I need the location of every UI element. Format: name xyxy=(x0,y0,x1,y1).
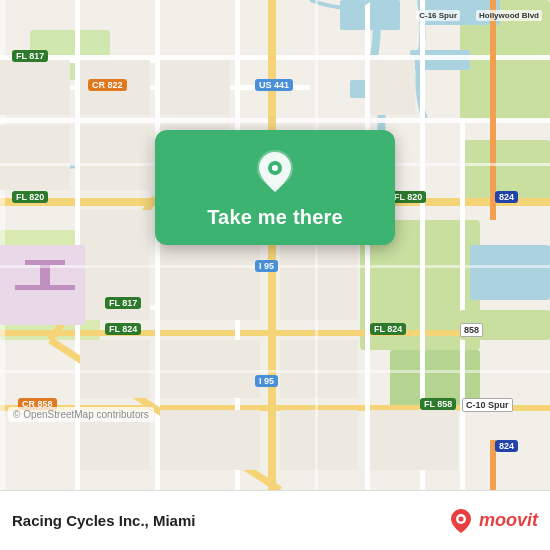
svg-rect-38 xyxy=(370,60,415,115)
road-label-c16spur: Hollywood Blvd xyxy=(476,10,542,21)
svg-rect-33 xyxy=(160,60,230,115)
svg-rect-34 xyxy=(80,125,150,190)
svg-point-61 xyxy=(272,165,278,171)
road-label-fl817-top: FL 817 xyxy=(12,50,48,62)
bottom-bar: Racing Cycles Inc., Miami moovit xyxy=(0,490,550,550)
navigation-popup[interactable]: Take me there xyxy=(155,130,395,245)
moovit-logo: moovit xyxy=(447,507,538,535)
road-label-fl820-left: FL 820 xyxy=(12,191,48,203)
location-pin-icon xyxy=(251,148,299,196)
svg-rect-37 xyxy=(0,125,70,190)
svg-rect-52 xyxy=(15,285,75,290)
road-label-fl824-right: FL 824 xyxy=(370,323,406,335)
moovit-pin-icon xyxy=(447,507,475,535)
road-label-hollywood xyxy=(542,55,548,57)
map-attribution: © OpenStreetMap contributors xyxy=(8,407,154,422)
road-label-fl820-right: FL 820 xyxy=(390,191,426,203)
svg-rect-25 xyxy=(155,0,160,490)
svg-rect-42 xyxy=(80,340,150,398)
svg-rect-22 xyxy=(268,0,276,490)
moovit-text: moovit xyxy=(479,510,538,531)
road-label-i95-top: 824 xyxy=(495,191,518,203)
road-label-fl817-mid: FL 817 xyxy=(105,297,141,309)
road-label-fl858: FL 858 xyxy=(420,398,456,410)
svg-rect-36 xyxy=(0,60,70,115)
svg-point-63 xyxy=(458,516,463,521)
road-label-858: C-10 Spur xyxy=(462,398,513,412)
svg-rect-44 xyxy=(280,340,358,398)
road-label-us441-top: US 441 xyxy=(255,79,293,91)
svg-rect-57 xyxy=(0,370,550,373)
svg-rect-48 xyxy=(370,410,458,470)
road-label-c10spur: C-16 Spur xyxy=(416,10,460,21)
place-name: Racing Cycles Inc., Miami xyxy=(12,512,447,529)
road-label-fl824-left: FL 824 xyxy=(105,323,141,335)
road-label-824: 858 xyxy=(460,323,483,337)
take-me-there-button[interactable]: Take me there xyxy=(175,206,375,229)
road-label-us441-mid: I 95 xyxy=(255,260,278,272)
svg-rect-47 xyxy=(280,410,358,470)
svg-rect-27 xyxy=(365,0,370,490)
svg-rect-50 xyxy=(25,260,65,265)
svg-rect-53 xyxy=(470,245,550,300)
map-container: FL 817 FL 817 CR 822 FL 820 FL 820 FL 82… xyxy=(0,0,550,490)
svg-rect-20 xyxy=(490,0,496,220)
road-label-cr822: CR 822 xyxy=(88,79,127,91)
road-label-us441-bot: I 95 xyxy=(255,375,278,387)
road-label-i95-bot: 824 xyxy=(495,440,518,452)
svg-rect-46 xyxy=(160,410,260,470)
svg-rect-58 xyxy=(315,0,318,490)
svg-rect-43 xyxy=(160,340,260,398)
svg-rect-29 xyxy=(460,120,465,490)
